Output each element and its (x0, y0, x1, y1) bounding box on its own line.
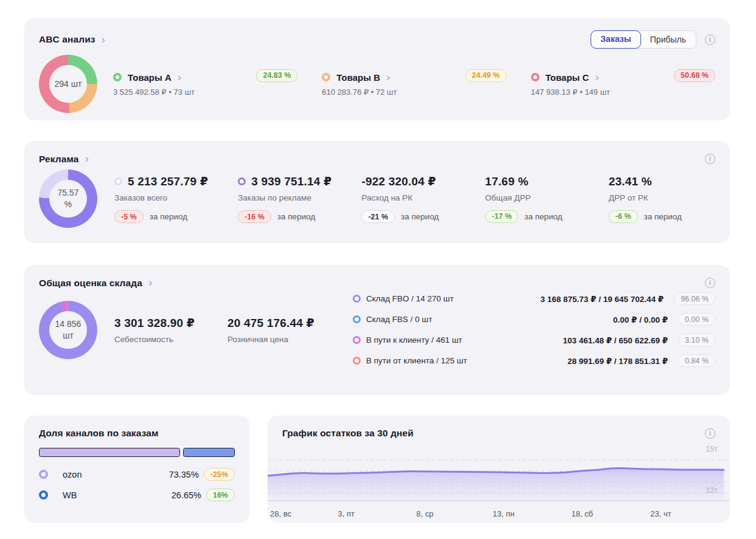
y-axis-label-top: 15т (706, 445, 718, 453)
chevron-right-icon: › (595, 71, 598, 83)
metric-label: Расход на РК (361, 193, 468, 202)
row-percent-badge: 3.10 % (678, 334, 715, 346)
warehouse-donut-center-value: 14 856 (55, 318, 81, 330)
metric-label: Общая ДРР (485, 193, 592, 202)
metric-period: за период (277, 212, 315, 221)
retail-value: 20 475 176.44 ₽ (227, 316, 336, 330)
abc-item-b-link[interactable]: Товары B › (322, 72, 465, 83)
warehouse-row-to-client: В пути к клиенту / 461 шт 103 461.48 ₽ /… (353, 334, 715, 346)
metric-period: за период (524, 212, 562, 221)
abc-item-b: Товары B › 610 283.76 ₽ • 72 шт (322, 72, 465, 97)
toggle-orders-button[interactable]: Заказы (591, 30, 640, 49)
row-label: В пути к клиенту / 461 шт (366, 335, 462, 345)
toggle-profit-button[interactable]: Прибыль (640, 31, 696, 48)
card-title: Общая оценка склада (39, 278, 142, 289)
ads-card: Реклама › i 75.57 % 5 213 257.79 ₽ Заказ… (24, 141, 730, 243)
metric-total-drr: 17.69 % Общая ДРР -17 % за период (485, 175, 592, 223)
channel-row-wb: WB 26.65% 16% (39, 489, 235, 501)
metric-label: Заказов всего (114, 193, 221, 202)
abc-item-detail: 610 283.76 ₽ • 72 шт (322, 88, 465, 97)
row-percent-badge: 96.06 % (674, 292, 715, 305)
x-axis-tick-label: 8, ср (417, 509, 434, 518)
abc-item-c-link[interactable]: Товары C › (531, 72, 674, 83)
abc-item-c: Товары C › 147 938.13 ₽ • 149 шт (531, 72, 674, 97)
abc-title-link[interactable]: ABC анализ › (39, 34, 105, 46)
warehouse-retail: 20 475 176.44 ₽ Розничная цена (227, 316, 336, 344)
dashboard: ABC анализ › Заказы Прибыль i 294 шт Тов… (0, 0, 756, 523)
info-icon[interactable]: i (705, 154, 715, 164)
card-title: Доля каналов по заказам (39, 428, 159, 438)
metric-badge: -6 % (609, 210, 638, 223)
metric-value: 17.69 % (485, 175, 529, 188)
warehouse-donut-center-unit: шт (63, 330, 74, 342)
channel-badge: -25% (204, 468, 235, 481)
wb-bar-segment (183, 448, 235, 457)
row-percent-badge: 0.84 % (678, 354, 715, 367)
info-icon[interactable]: i (705, 35, 715, 45)
metric-orders-total: 5 213 257.79 ₽ Заказов всего -5 % за пер… (114, 174, 221, 223)
ads-donut-chart: 75.57 % (39, 170, 97, 228)
metric-period: за период (401, 212, 439, 221)
orange-ring-icon (322, 73, 330, 81)
abc-item-detail: 147 938.13 ₽ • 149 шт (531, 88, 674, 97)
abc-item-name: Товары B (336, 72, 380, 83)
warehouse-card: Общая оценка склада › i 14 856 шт 3 301 … (24, 265, 730, 395)
abc-toggle: Заказы Прибыль (591, 30, 696, 49)
abc-item-name: Товары A (128, 72, 172, 83)
x-axis-tick-label: 3, пт (338, 509, 355, 518)
purple-ring-icon (353, 295, 361, 303)
row-label: Склад FBO / 14 270 шт (366, 294, 454, 303)
y-axis-label-bottom: 12т (706, 486, 718, 495)
row-label: Склад FBS / 0 шт (366, 315, 432, 324)
metric-period: за период (644, 212, 682, 221)
stock-chart-card: График остатков за 30 дней i (268, 416, 730, 523)
x-axis-tick-label: 13, пн (493, 509, 515, 518)
channels-stacked-bar (39, 448, 235, 457)
blue-ring-icon (353, 315, 361, 323)
stock-chart-svg (268, 441, 730, 504)
metric-orders-ads: 3 939 751.14 ₽ Заказы по рекламе -16 % з… (238, 174, 344, 223)
info-icon[interactable]: i (705, 278, 715, 288)
metric-label: ДРР от РК (609, 193, 715, 202)
x-axis-labels: 28, вс3, пт8, ср13, пн18, сб23, чт (282, 509, 715, 520)
metric-value: 5 213 257.79 ₽ (128, 174, 208, 188)
row-values: 28 991.69 ₽ / 178 851.31 ₽ (567, 356, 668, 366)
pink-ring-icon (353, 336, 361, 344)
chevron-right-icon: › (386, 71, 390, 83)
channel-badge: 16% (206, 489, 235, 501)
warehouse-cost: 3 301 328.90 ₽ Себестоимость (114, 316, 210, 344)
metric-value: 3 939 751.14 ₽ (251, 174, 331, 188)
channel-percent: 26.65% (172, 490, 201, 500)
metric-ad-spend: -922 320.04 ₽ Расход на РК -21 % за пери… (361, 174, 468, 223)
metric-period: за период (150, 212, 187, 221)
abc-item-a-link[interactable]: Товары A › (113, 72, 256, 83)
ads-title-link[interactable]: Реклама › (39, 153, 89, 165)
ads-donut-center-value: 75.57 (57, 187, 78, 199)
salmon-ring-icon (353, 357, 361, 365)
stock-area-chart: 15т 12т (282, 441, 715, 504)
x-axis-tick-label: 23, чт (650, 509, 671, 518)
ozon-bar-segment (39, 448, 180, 457)
pink-ring-icon (531, 73, 539, 81)
warehouse-row-fbo: Склад FBO / 14 270 шт 3 168 875.73 ₽ / 1… (353, 292, 715, 305)
light-purple-ring-icon (114, 177, 122, 185)
channel-name: ozon (63, 470, 81, 479)
ozon-ring-icon (39, 470, 48, 479)
abc-item-detail: 3 525 492.58 ₽ • 73 шт (113, 88, 256, 97)
abc-item-name: Товары C (546, 72, 589, 83)
retail-label: Розничная цена (227, 335, 336, 344)
row-percent-badge: 0.00 % (678, 313, 715, 326)
warehouse-title-link[interactable]: Общая оценка склада › (39, 277, 152, 289)
x-axis-tick-label: 18, сб (571, 509, 593, 518)
abc-donut-chart: 294 шт (39, 55, 97, 113)
ads-donut-center-unit: % (64, 199, 72, 210)
abc-item-c-badge: 50.68 % (674, 69, 715, 82)
row-values: 103 461.48 ₽ / 650 622.69 ₽ (563, 335, 668, 345)
warehouse-donut-chart: 14 856 шт (39, 301, 97, 359)
info-icon[interactable]: i (705, 428, 715, 439)
metric-badge: -16 % (238, 210, 271, 223)
purple-ring-icon (238, 177, 246, 185)
chevron-right-icon: › (85, 153, 89, 164)
row-values: 0.00 ₽ / 0.00 ₽ (613, 315, 668, 324)
card-title: График остатков за 30 дней (282, 428, 414, 439)
